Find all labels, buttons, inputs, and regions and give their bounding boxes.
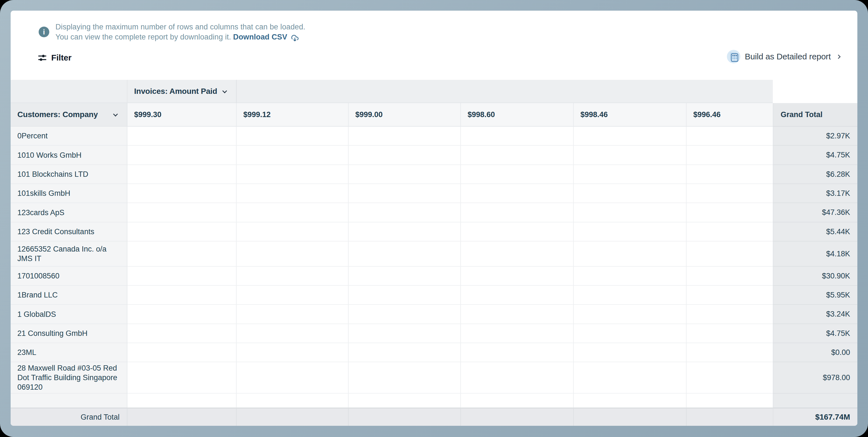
filter-label: Filter: [51, 53, 71, 62]
empty-cell: [127, 324, 237, 343]
empty-cell: [127, 241, 237, 267]
grand-total-value: $5.95K: [773, 286, 857, 305]
empty-cell: [461, 203, 574, 223]
filter-button[interactable]: Filter: [37, 53, 71, 63]
grand-total-value: $4.18K: [773, 241, 857, 267]
empty-cell: [127, 203, 237, 223]
empty-cell: [349, 305, 461, 324]
empty-cell: [127, 362, 237, 394]
empty-cell: [574, 362, 687, 394]
empty-cell: [687, 127, 773, 146]
empty-cell: [687, 305, 773, 324]
row-label: 101 Blockchains LTD: [11, 165, 127, 184]
grand-total-value: $47.36K: [773, 203, 857, 223]
empty-cell: [127, 394, 237, 408]
empty-cell: [461, 146, 574, 165]
grand-total-column-header: Grand Total: [773, 103, 857, 127]
grand-total-value: $30.90K: [773, 267, 857, 286]
empty-cell: [687, 165, 773, 184]
empty-cell: [574, 324, 687, 343]
build-detailed-report-button[interactable]: Build as Detailed report: [727, 50, 840, 63]
empty-cell: [461, 286, 574, 305]
row-label: 123cards ApS: [11, 203, 127, 223]
row-label: 1 GlobalDS: [11, 305, 127, 324]
empty-cell: [237, 343, 349, 362]
banner-line2: You can view the complete report by down…: [56, 32, 305, 42]
empty-cell: [237, 203, 349, 223]
empty-cell: [237, 286, 349, 305]
empty-cell: [574, 127, 687, 146]
empty-cell: [237, 324, 349, 343]
empty-cell: [687, 394, 773, 408]
empty-cell: [461, 267, 574, 286]
empty-cell: [127, 223, 237, 241]
grand-total-value: $0.00: [773, 343, 857, 362]
empty-cell: [461, 394, 574, 408]
row-label: 1010 Works GmbH: [11, 146, 127, 165]
empty-cell: [237, 223, 349, 241]
grand-total-value: $3.24K: [773, 305, 857, 324]
empty-cell: [237, 241, 349, 267]
empty-cell: [687, 267, 773, 286]
empty-cell: [461, 408, 574, 426]
empty-cell: [687, 286, 773, 305]
row-label: 1701008560: [11, 267, 127, 286]
empty-cell: [461, 241, 574, 267]
empty-cell: [461, 305, 574, 324]
empty-cell: [237, 165, 349, 184]
empty-cell: [349, 286, 461, 305]
grand-total-value: $5.44K: [773, 223, 857, 241]
empty-cell: [461, 184, 574, 203]
empty-cell: [349, 324, 461, 343]
row-label: 1Brand LLC: [11, 286, 127, 305]
empty-cell: [574, 184, 687, 203]
empty-cell: [461, 165, 574, 184]
pivot-table[interactable]: Invoices: Amount Paid Customers: Company…: [11, 80, 857, 426]
sliders-icon: [37, 53, 47, 63]
measure-header-filler: [237, 80, 773, 103]
empty-cell: [687, 184, 773, 203]
row-label: [11, 394, 127, 408]
empty-cell: [574, 394, 687, 408]
empty-cell: [237, 362, 349, 394]
banner-line1: Displaying the maximum number of rows an…: [56, 22, 305, 32]
column-header: $999.30: [127, 103, 237, 127]
column-header: $998.60: [461, 103, 574, 127]
grand-total-value: $978.00: [773, 362, 857, 394]
column-header: $999.12: [237, 103, 349, 127]
empty-cell: [237, 408, 349, 426]
grand-total-value: $3.17K: [773, 184, 857, 203]
row-label: 23ML: [11, 343, 127, 362]
grand-total-value: $4.75K: [773, 324, 857, 343]
empty-cell: [687, 223, 773, 241]
empty-cell: [349, 343, 461, 362]
row-dimension-dropdown[interactable]: Customers: Company: [11, 103, 127, 127]
build-report-label: Build as Detailed report: [745, 52, 831, 61]
empty-cell: [461, 343, 574, 362]
empty-cell: [237, 146, 349, 165]
download-csv-link[interactable]: Download CSV: [233, 32, 299, 42]
row-label: 28 Maxwell Road #03-05 Red Dot Traffic B…: [11, 362, 127, 394]
empty-cell: [349, 223, 461, 241]
empty-cell: [349, 241, 461, 267]
empty-cell: [687, 343, 773, 362]
empty-cell: [127, 127, 237, 146]
grand-total-footer-value: $167.74M: [773, 408, 857, 426]
empty-cell: [461, 324, 574, 343]
empty-cell: [461, 127, 574, 146]
measure-header-dropdown[interactable]: Invoices: Amount Paid: [127, 80, 237, 103]
empty-cell: [237, 305, 349, 324]
empty-cell: [349, 408, 461, 426]
grand-total-footer-label: Grand Total: [11, 408, 127, 426]
empty-cell: [574, 223, 687, 241]
empty-cell: [574, 241, 687, 267]
chevron-right-icon: [836, 54, 841, 59]
empty-cell: [237, 267, 349, 286]
empty-cell: [349, 394, 461, 408]
empty-cell: [574, 286, 687, 305]
empty-cell: [127, 305, 237, 324]
column-header: $996.46: [687, 103, 773, 127]
empty-cell: [687, 146, 773, 165]
grand-total-value: $4.75K: [773, 146, 857, 165]
empty-cell: [687, 408, 773, 426]
